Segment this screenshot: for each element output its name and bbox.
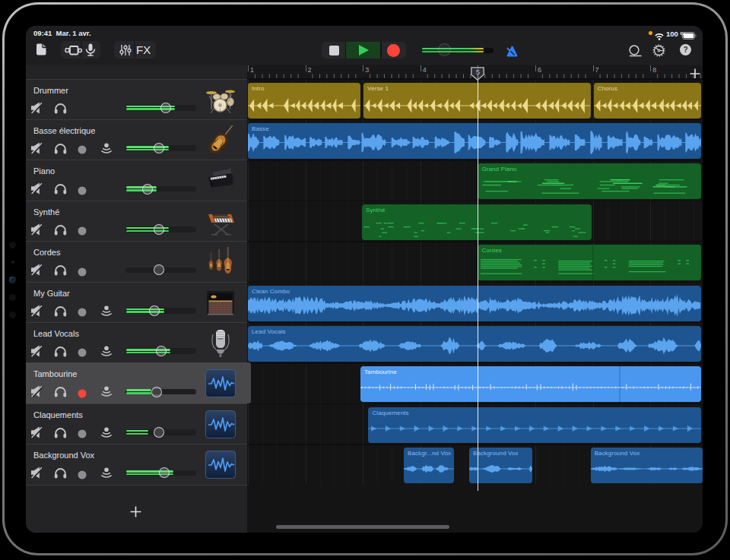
svg-text:5: 5 bbox=[476, 68, 480, 75]
